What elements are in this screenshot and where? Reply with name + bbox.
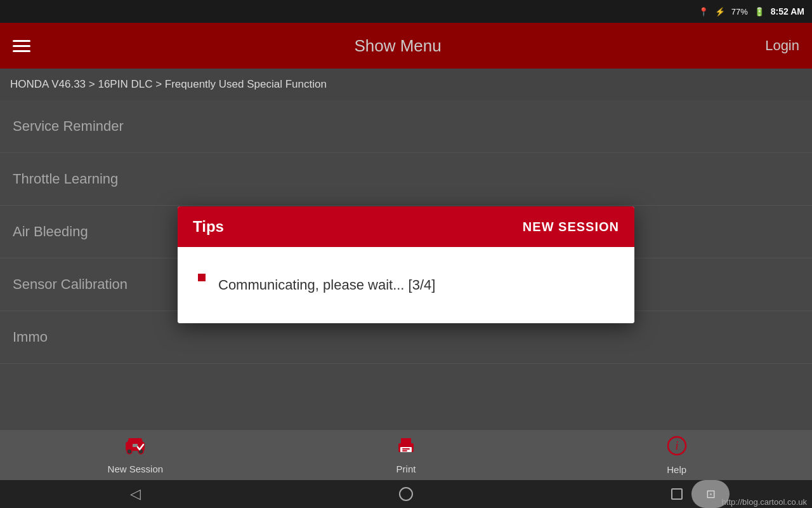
overview-icon	[671, 488, 683, 500]
car-icon	[124, 436, 147, 461]
tips-message: Communicating, please wait... [3/4]	[218, 277, 435, 293]
svg-rect-4	[133, 444, 138, 447]
home-icon	[399, 487, 413, 501]
back-icon: ◁	[130, 486, 141, 502]
status-time: 8:52 AM	[771, 6, 804, 17]
tips-indicator	[198, 274, 206, 281]
svg-text:i: i	[675, 439, 678, 452]
bluetooth-icon: ⚡	[715, 7, 725, 17]
battery-percent: 77%	[731, 7, 748, 17]
toolbar-new-session-label: New Session	[108, 464, 164, 474]
tips-title: Tips	[193, 218, 224, 236]
toolbar-print-label: Print	[396, 464, 416, 474]
svg-marker-1	[128, 438, 143, 442]
toolbar-new-session[interactable]: New Session	[84, 436, 186, 474]
tips-new-session-button[interactable]: NEW SESSION	[523, 220, 619, 234]
svg-rect-8	[401, 438, 411, 444]
login-button[interactable]: Login	[765, 37, 799, 54]
home-button[interactable]	[390, 480, 422, 508]
breadcrumb-text: HONDA V46.33 > 16PIN DLC > Frequently Us…	[10, 78, 327, 91]
hamburger-menu[interactable]	[13, 40, 30, 52]
nav-bar: Show Menu Login	[0, 23, 812, 69]
back-button[interactable]: ◁	[119, 480, 151, 508]
tips-dialog: Tips NEW SESSION Communicating, please w…	[178, 206, 634, 323]
android-nav-bar: ◁ ⊡ http://blog.cartool.co.uk	[0, 480, 812, 508]
url-bar: http://blog.cartool.co.uk	[717, 496, 812, 508]
svg-point-2	[127, 449, 132, 454]
svg-rect-10	[402, 450, 407, 451]
status-bar: 📍 ⚡ 77% 🔋 8:52 AM	[0, 0, 812, 23]
modal-overlay: Tips NEW SESSION Communicating, please w…	[0, 100, 812, 429]
recents-icon: ⊡	[706, 487, 716, 501]
breadcrumb: HONDA V46.33 > 16PIN DLC > Frequently Us…	[0, 69, 812, 100]
tips-body: Communicating, please wait... [3/4]	[178, 247, 634, 323]
nav-title: Show Menu	[354, 36, 441, 56]
bottom-toolbar: New Session Print i Help	[0, 429, 812, 480]
tips-header: Tips NEW SESSION	[178, 206, 634, 247]
toolbar-help-label: Help	[667, 464, 686, 475]
location-icon: 📍	[698, 7, 709, 17]
print-icon	[395, 436, 417, 461]
overview-button[interactable]	[661, 480, 693, 508]
battery-icon: 🔋	[754, 7, 764, 17]
help-icon: i	[666, 435, 688, 462]
svg-rect-9	[402, 448, 410, 450]
toolbar-print[interactable]: Print	[355, 436, 457, 474]
main-content: Service Reminder Throttle Learning Air B…	[0, 100, 812, 429]
toolbar-help[interactable]: i Help	[626, 435, 728, 475]
